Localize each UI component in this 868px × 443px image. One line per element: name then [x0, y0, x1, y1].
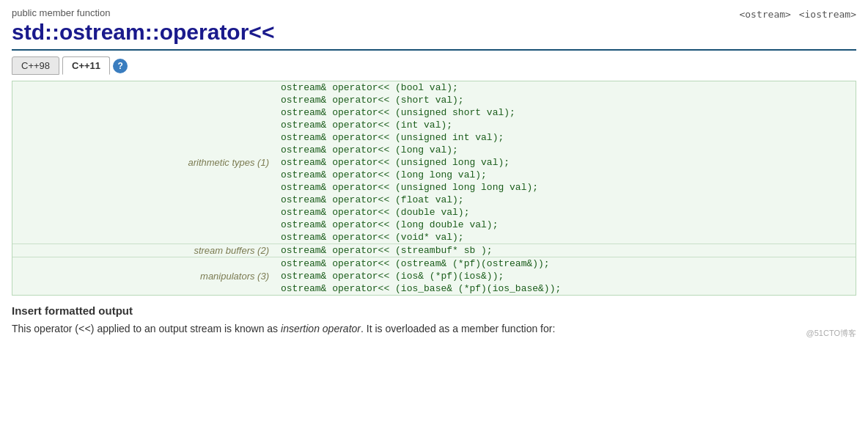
- row-label: [12, 169, 276, 181]
- manipulators-label: manipulators (3): [12, 270, 276, 282]
- row-label: [12, 206, 276, 219]
- section-title: Insert formatted output: [12, 304, 856, 317]
- row-label: [12, 231, 276, 244]
- table-row: arithmetic types (1) ostream& operator<<…: [12, 156, 856, 169]
- tab-cpp11[interactable]: C++11: [62, 56, 110, 75]
- row-code: ostream& operator<< (bool val);: [276, 81, 856, 94]
- table-row: ostream& operator<< (double val);: [12, 206, 856, 219]
- description-end: . It is overloaded as a member function …: [361, 323, 555, 334]
- description-text: This operator (<<) applied to an output …: [12, 321, 856, 337]
- table-row: ostream& operator<< (int val);: [12, 119, 856, 131]
- table-row: ostream& operator<< (long long val);: [12, 169, 856, 181]
- row-code: ostream& operator<< (long double val);: [276, 219, 856, 231]
- table-row: ostream& operator<< (long val);: [12, 144, 856, 156]
- watermark: @51CTO博客: [806, 328, 856, 339]
- ostream-link[interactable]: <ostream>: [739, 9, 790, 20]
- row-label: [12, 131, 276, 144]
- row-code: ostream& operator<< (short val);: [276, 94, 856, 106]
- title-prefix: std::: [12, 20, 59, 44]
- row-label: [12, 81, 276, 94]
- row-code: ostream& operator<< (int val);: [276, 119, 856, 131]
- description-italic: insertion operator: [281, 323, 361, 334]
- row-label: [12, 219, 276, 231]
- row-code: ostream& operator<< (long long val);: [276, 169, 856, 181]
- table-row: ostream& operator<< (ostream& (*pf)(ostr…: [12, 257, 856, 271]
- row-code: ostream& operator<< (unsigned long long …: [276, 181, 856, 194]
- row-code: ostream& operator<< (long val);: [276, 144, 856, 156]
- row-code: ostream& operator<< (unsigned int val);: [276, 131, 856, 144]
- table-row: ostream& operator<< (unsigned short val)…: [12, 106, 856, 119]
- row-label: [12, 282, 276, 295]
- row-code: ostream& operator<< (ios& (*pf)(ios&));: [276, 270, 856, 282]
- table-row: ostream& operator<< (float val);: [12, 194, 856, 206]
- table-row: ostream& operator<< (unsigned int val);: [12, 131, 856, 144]
- table-row: ostream& operator<< (unsigned long long …: [12, 181, 856, 194]
- row-code: ostream& operator<< (ostream& (*pf)(ostr…: [276, 257, 856, 271]
- row-code: ostream& operator<< (double val);: [276, 206, 856, 219]
- row-code: ostream& operator<< (void* val);: [276, 231, 856, 244]
- iostream-link[interactable]: <iostream>: [799, 9, 856, 20]
- row-label: [12, 257, 276, 271]
- arithmetic-types-label: arithmetic types (1): [12, 156, 276, 169]
- table-row: ostream& operator<< (short val);: [12, 94, 856, 106]
- code-table: ostream& operator<< (bool val); ostream&…: [12, 81, 856, 295]
- row-code: ostream& operator<< (ios_base& (*pf)(ios…: [276, 282, 856, 295]
- row-code: ostream& operator<< (unsigned long val);: [276, 156, 856, 169]
- table-row: ostream& operator<< (void* val);: [12, 231, 856, 244]
- table-row: ostream& operator<< (ios_base& (*pf)(ios…: [12, 282, 856, 295]
- row-label: [12, 106, 276, 119]
- table-row: ostream& operator<< (bool val);: [12, 81, 856, 94]
- row-label: [12, 181, 276, 194]
- tabs-row: C++98 C++11 ?: [12, 56, 856, 75]
- code-block: ostream& operator<< (bool val); ostream&…: [12, 81, 856, 296]
- row-code: ostream& operator<< (streambuf* sb );: [276, 244, 856, 257]
- help-button[interactable]: ?: [113, 59, 128, 73]
- title-main: ostream::operator<<: [59, 20, 274, 44]
- row-label: [12, 94, 276, 106]
- member-type-label: public member function: [12, 7, 856, 18]
- header-nav-links: <ostream> <iostream>: [739, 9, 856, 20]
- description-start: This operator (<<) applied to an output …: [12, 323, 281, 334]
- title-divider: [12, 49, 856, 51]
- page-title: std::ostream::operator<<: [12, 20, 856, 45]
- table-row: ostream& operator<< (long double val);: [12, 219, 856, 231]
- tab-cpp98[interactable]: C++98: [12, 56, 59, 75]
- stream-buffers-label: stream buffers (2): [12, 244, 276, 257]
- table-row: stream buffers (2) ostream& operator<< (…: [12, 244, 856, 257]
- row-code: ostream& operator<< (unsigned short val)…: [276, 106, 856, 119]
- row-label: [12, 119, 276, 131]
- row-code: ostream& operator<< (float val);: [276, 194, 856, 206]
- row-label: [12, 194, 276, 206]
- table-row: manipulators (3) ostream& operator<< (io…: [12, 270, 856, 282]
- row-label: [12, 144, 276, 156]
